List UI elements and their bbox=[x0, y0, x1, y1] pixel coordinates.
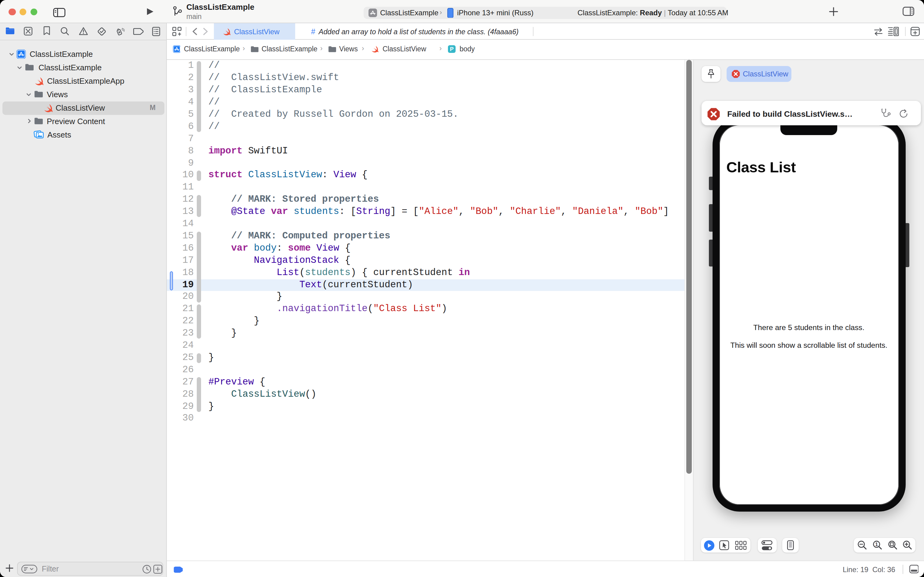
svg-text:1: 1 bbox=[875, 542, 878, 547]
svg-text:P: P bbox=[450, 46, 454, 52]
